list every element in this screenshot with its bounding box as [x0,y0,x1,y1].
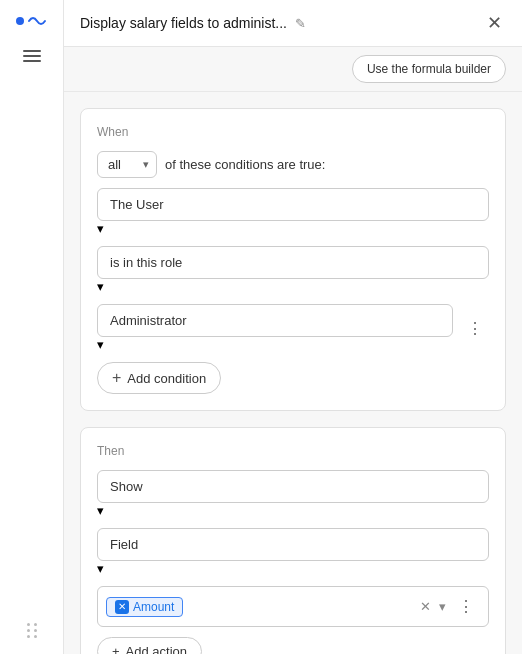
main-panel: Display salary fields to administ... ✎ ✕… [64,0,522,654]
field-select[interactable]: Field [97,528,489,561]
then-section: Then Show ▾ Field ▾ ✕ Amount [80,427,506,654]
add-condition-label: Add condition [127,371,206,386]
drag-handle-icon [27,623,37,638]
menu-icon[interactable] [23,50,41,62]
when-section: When all ▾ of these conditions are true:… [80,108,506,411]
add-action-button[interactable]: + Add action [97,637,202,654]
formula-bar: Use the formula builder [64,47,522,92]
add-action-plus-icon: + [112,644,120,654]
tag-row-controls: ✕ ▾ ⋮ [418,593,480,620]
add-condition-plus-icon: + [112,369,121,387]
role-condition-select-wrapper: is in this role ▾ [97,246,489,294]
field-select-wrapper: Field ▾ [97,528,489,576]
panel-header: Display salary fields to administ... ✎ ✕ [64,0,522,47]
sidebar [0,0,64,654]
administrator-row: Administrator ▾ ⋮ [97,304,489,352]
administrator-select[interactable]: Administrator [97,304,453,337]
when-label: When [97,125,489,139]
all-condition-row: all ▾ of these conditions are true: [97,151,489,178]
condition-more-button[interactable]: ⋮ [461,315,489,342]
field-select-chevron: ▾ [97,561,104,576]
action-more-button[interactable]: ⋮ [452,593,480,620]
user-select-chevron: ▾ [97,221,104,236]
show-select[interactable]: Show [97,470,489,503]
edit-title-icon[interactable]: ✎ [295,16,306,31]
tag-clear-button[interactable]: ✕ [418,597,433,616]
amount-tag-row: ✕ Amount ✕ ▾ ⋮ [97,586,489,627]
sidebar-logo-icon [16,12,47,30]
administrator-select-wrapper: Administrator ▾ [97,304,453,352]
condition-text: of these conditions are true: [165,157,325,172]
user-select[interactable]: The User [97,188,489,221]
user-select-wrapper: The User ▾ [97,188,489,236]
formula-builder-button[interactable]: Use the formula builder [352,55,506,83]
add-action-label: Add action [126,644,187,654]
then-label: Then [97,444,489,458]
panel-content: When all ▾ of these conditions are true:… [64,92,522,654]
close-button[interactable]: ✕ [483,12,506,34]
administrator-chevron: ▾ [97,337,104,352]
title-row: Display salary fields to administ... ✎ [80,15,483,31]
all-select[interactable]: all [97,151,157,178]
amount-tag: ✕ Amount [106,597,183,617]
tag-chevron-button[interactable]: ▾ [437,597,448,616]
amount-tag-remove-button[interactable]: ✕ [115,600,129,614]
panel-title: Display salary fields to administ... [80,15,287,31]
amount-tag-label: Amount [133,600,174,614]
role-condition-chevron: ▾ [97,279,104,294]
show-select-chevron: ▾ [97,503,104,518]
all-select-wrapper: all ▾ [97,151,157,178]
show-select-wrapper: Show ▾ [97,470,489,518]
add-condition-button[interactable]: + Add condition [97,362,221,394]
role-condition-select[interactable]: is in this role [97,246,489,279]
